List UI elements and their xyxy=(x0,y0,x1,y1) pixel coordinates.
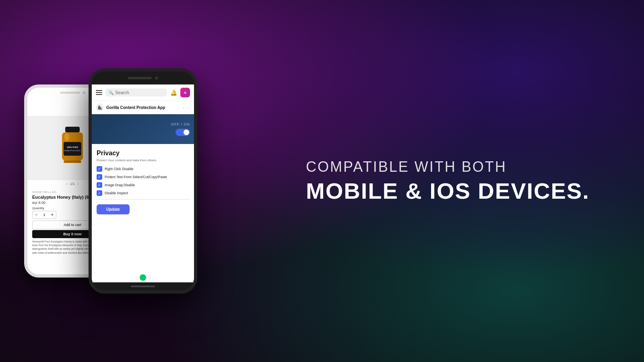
app-title: Gorilla Content Protection App xyxy=(106,105,180,110)
user-avatar[interactable]: G xyxy=(180,88,190,97)
search-icon: 🔍 xyxy=(109,90,114,95)
app-topbar: 🔍 Search 🔔 G xyxy=(92,84,194,101)
hamburger-line-2 xyxy=(96,92,102,93)
section-divider xyxy=(97,199,189,200)
privacy-subtitle: Protect Your content and data from other… xyxy=(97,158,189,162)
checkbox-protect-text: Protect Text From Select/Cut/Copy/Paste xyxy=(97,174,189,180)
checkbox-label-3: Image Drag Disable xyxy=(105,183,135,187)
checkbox-disable-inspect: Disable Inspect xyxy=(97,190,189,196)
checkbox-right-click: Right Click Disable xyxy=(97,166,189,172)
prev-arrow[interactable]: ‹ xyxy=(66,182,68,186)
home-indicator xyxy=(131,286,155,287)
svg-rect-6 xyxy=(64,160,81,163)
quantity-value: 1 xyxy=(40,213,49,217)
hamburger-menu[interactable] xyxy=(96,90,102,95)
hamburger-line-1 xyxy=(96,90,102,91)
toggle-knob xyxy=(184,130,189,135)
status-dot xyxy=(140,274,146,281)
privacy-title: Privacy xyxy=(97,150,189,157)
svg-text:EUCALYPTUS HONEY: EUCALYPTUS HONEY xyxy=(64,150,81,152)
checkbox-label-2: Protect Text From Select/Cut/Copy/Paste xyxy=(105,175,167,179)
phones-area: ⊕ 100% PURE EUCALYPTUS HONEY xyxy=(0,0,282,362)
text-area: COMPATIBLE WITH BOTH MOBILE & IOS DEVICE… xyxy=(282,134,644,228)
toggle-label: OFF / ON xyxy=(171,122,190,126)
notification-bell[interactable]: 🔔 xyxy=(170,89,177,96)
svg-rect-2 xyxy=(64,142,81,156)
checkbox-icon-2[interactable] xyxy=(97,174,102,180)
checkbox-icon-3[interactable] xyxy=(97,182,102,188)
update-button[interactable]: Update xyxy=(97,204,130,214)
checkbox-image-drag: Image Drag Disable xyxy=(97,182,189,188)
app-header-row: 🦍 Gorilla Content Protection App ··· xyxy=(92,101,194,114)
next-arrow[interactable]: › xyxy=(77,182,78,186)
dark-phone: 🔍 Search 🔔 G 🦍 Gorilla Content Protectio… xyxy=(89,68,197,294)
svg-point-5 xyxy=(64,133,69,141)
checkbox-label-1: Right Click Disable xyxy=(105,167,133,171)
honey-jar-image: 100% PURE EUCALYPTUS HONEY xyxy=(56,126,89,170)
toggle-area: OFF / ON xyxy=(92,114,194,144)
dark-phone-camera xyxy=(155,76,158,80)
checkbox-label-4: Disable Inspect xyxy=(105,191,128,195)
speaker xyxy=(60,92,80,94)
dark-phone-speaker xyxy=(128,77,152,79)
dark-phone-top xyxy=(92,72,194,84)
quantity-control: − 1 + xyxy=(32,211,56,219)
privacy-section: Privacy Protect Your content and data fr… xyxy=(92,144,194,282)
dark-phone-bottom xyxy=(92,282,194,290)
quantity-decrease[interactable]: − xyxy=(33,211,40,218)
svg-rect-0 xyxy=(65,127,80,132)
checkbox-icon-4[interactable] xyxy=(97,190,102,196)
checkbox-icon-1[interactable] xyxy=(97,166,102,172)
compatible-label: COMPATIBLE WITH BOTH xyxy=(306,158,620,175)
main-content: ⊕ 100% PURE EUCALYPTUS HONEY xyxy=(0,0,644,362)
more-options-icon[interactable]: ··· xyxy=(183,104,190,111)
svg-text:100% PURE: 100% PURE xyxy=(67,146,78,148)
hamburger-line-3 xyxy=(96,94,102,95)
dark-phone-screen: 🔍 Search 🔔 G 🦍 Gorilla Content Protectio… xyxy=(92,84,194,282)
search-placeholder: Search xyxy=(115,90,129,95)
main-headline: MOBILE & IOS DEVICES. xyxy=(306,179,620,204)
camera-dot xyxy=(83,91,85,94)
toggle-switch[interactable] xyxy=(175,129,190,136)
search-bar[interactable]: 🔍 Search xyxy=(105,88,167,97)
quantity-increase[interactable]: + xyxy=(49,211,56,218)
gorilla-icon: 🦍 xyxy=(96,103,104,111)
page-indicator: 1/1 xyxy=(70,182,75,186)
